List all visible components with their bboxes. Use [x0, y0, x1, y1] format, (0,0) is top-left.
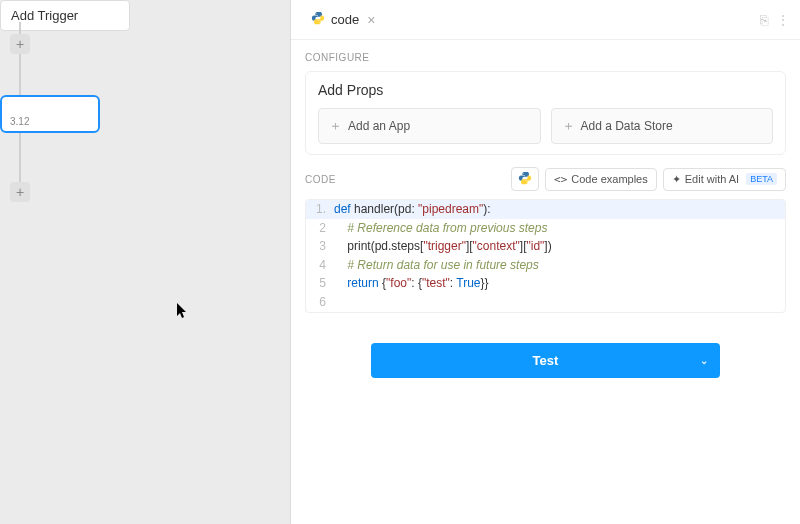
add-app-button[interactable]: ＋ Add an App — [318, 108, 541, 144]
workflow-canvas: Add Trigger + 3.12 + — [0, 0, 290, 524]
code-line: 1 def handler(pd: "pipedream"): — [306, 200, 785, 219]
line-number: 2 — [306, 219, 334, 238]
code-line: 2 # Reference data from previous steps — [306, 219, 785, 238]
edit-ai-label: Edit with AI — [685, 173, 739, 185]
step-label: 3.12 — [10, 116, 29, 127]
code-line: 3 print(pd.steps["trigger"]["context"]["… — [306, 237, 785, 256]
add-step-button-bottom[interactable]: + — [10, 182, 30, 202]
sparkle-icon: ✦ — [672, 173, 681, 186]
line-number: 1 — [306, 200, 334, 219]
code-section-label: CODE — [305, 174, 511, 185]
code-step-card[interactable]: 3.12 — [0, 95, 100, 133]
chevron-down-icon: ⌄ — [700, 355, 708, 366]
python-icon — [518, 171, 532, 187]
code-line: 5 return {"foo": {"test": True}} — [306, 274, 785, 293]
add-app-label: Add an App — [348, 119, 410, 133]
edit-with-ai-button[interactable]: ✦ Edit with AI BETA — [663, 168, 786, 191]
python-icon — [311, 11, 325, 28]
code-line: 4 # Return data for use in future steps — [306, 256, 785, 275]
code-examples-label: Code examples — [571, 173, 647, 185]
plus-icon: ＋ — [329, 117, 342, 135]
code-line: 6 — [306, 293, 785, 312]
tab-code[interactable]: code × — [301, 5, 385, 34]
add-step-button-top[interactable]: + — [10, 34, 30, 54]
line-number: 4 — [306, 256, 334, 275]
code-editor[interactable]: 1 def handler(pd: "pipedream"): 2 # Refe… — [305, 199, 786, 313]
copy-icon[interactable]: ⎘ — [760, 12, 768, 28]
tab-title: code — [331, 12, 359, 27]
plus-icon: ＋ — [562, 117, 575, 135]
add-data-store-label: Add a Data Store — [581, 119, 673, 133]
add-data-store-button[interactable]: ＋ Add a Data Store — [551, 108, 774, 144]
code-icon: <> — [554, 173, 567, 186]
configure-label: CONFIGURE — [291, 40, 800, 71]
test-button[interactable]: Test ⌄ — [371, 343, 720, 378]
language-selector[interactable] — [511, 167, 539, 191]
line-number: 5 — [306, 274, 334, 293]
plus-icon: + — [16, 184, 24, 200]
test-label: Test — [533, 353, 559, 368]
code-header: CODE <> Code examples ✦ Edit with AI BET… — [291, 155, 800, 197]
add-props-panel: Add Props ＋ Add an App ＋ Add a Data Stor… — [305, 71, 786, 155]
close-icon[interactable]: × — [367, 12, 375, 28]
line-number: 6 — [306, 293, 334, 312]
code-examples-button[interactable]: <> Code examples — [545, 168, 657, 191]
connector — [19, 133, 21, 182]
cursor-icon — [177, 303, 189, 322]
connector — [19, 54, 21, 95]
props-title: Add Props — [318, 82, 773, 98]
plus-icon: + — [16, 36, 24, 52]
beta-badge: BETA — [746, 173, 777, 185]
more-icon[interactable]: ⋮ — [776, 12, 790, 28]
tab-bar: code × ⎘ ⋮ — [291, 0, 800, 40]
step-config-panel: code × ⎘ ⋮ CONFIGURE Add Props ＋ Add an … — [290, 0, 800, 524]
line-number: 3 — [306, 237, 334, 256]
connector — [19, 22, 21, 34]
